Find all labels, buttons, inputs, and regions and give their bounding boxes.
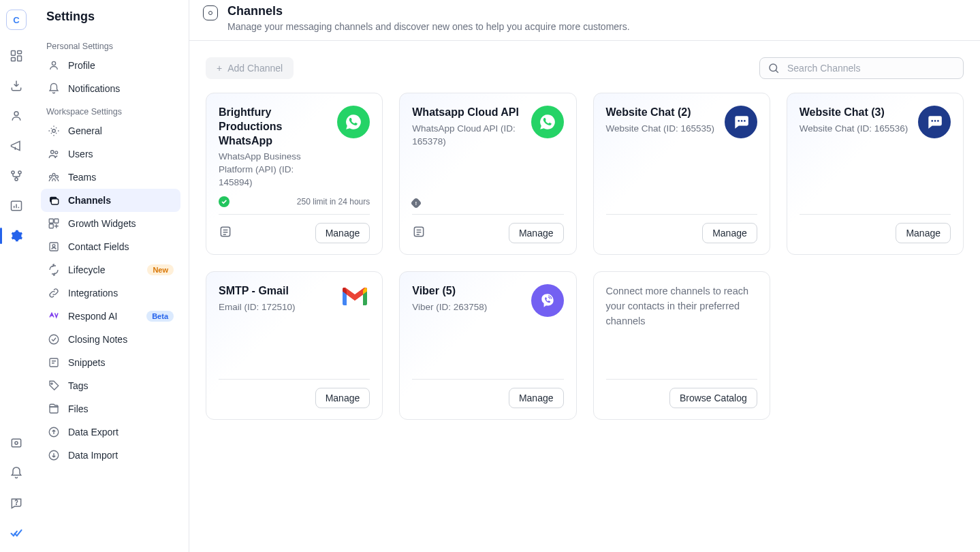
svg-point-28 [51,383,52,384]
channel-title: Website Chat (2) [606,106,716,120]
channel-subtitle: WhatsApp Cloud API (ID: 165378) [412,123,522,149]
new-badge: New [147,264,174,275]
sidebar-item-label: Integrations [68,288,118,298]
sidebar-item-data-export[interactable]: Data Export [41,420,180,444]
file-icon [48,403,60,415]
sidebar-item-label: Snippets [68,357,105,368]
svg-rect-21 [49,219,53,223]
sidebar-item-teams[interactable]: Teams [41,166,180,189]
chat-icon [918,106,951,138]
section-workspace-settings: Workspace Settings [41,104,180,119]
catalog-card: Connect more channels to reach your cont… [593,271,770,420]
channel-subtitle: Website Chat (ID: 165536) [800,123,910,136]
manage-button[interactable]: Manage [702,223,757,243]
sidebar-item-label: Users [68,149,93,159]
bell-icon [48,82,60,95]
sidebar-item-label: Notifications [68,83,120,94]
plus-icon: + [217,63,222,74]
channel-title: Viber (5) [412,284,522,298]
page-header: Channels Manage your messaging channels … [189,0,980,41]
rail-contact-icon[interactable] [5,104,27,128]
sidebar-item-users[interactable]: Users [41,142,180,166]
rail-logo-icon[interactable] [5,521,27,545]
svg-point-40 [937,120,939,122]
rail-reports-icon[interactable] [5,194,27,218]
sidebar-item-profile[interactable]: Profile [41,54,180,77]
svg-point-31 [209,12,212,15]
sidebar-item-data-import[interactable]: Data Import [41,444,180,467]
viber-icon [531,284,564,317]
lifecycle-icon [48,264,60,276]
status-warn-icon: ! [411,198,422,209]
sidebar-item-tags[interactable]: Tags [41,374,180,397]
page-title: Channels [227,4,630,18]
svg-point-36 [741,120,743,122]
channel-title: Whatsapp Cloud API [412,106,522,120]
search-input[interactable] [759,57,964,79]
snippet-icon [48,356,60,369]
feed-icon[interactable] [412,225,426,241]
svg-rect-9 [12,439,20,447]
section-personal-settings: Personal Settings [41,39,180,54]
sidebar-item-label: Respond AI [68,311,117,322]
users-icon [48,148,60,160]
channels-icon [48,194,60,206]
svg-point-13 [52,129,56,133]
sidebar-item-files[interactable]: Files [41,397,180,420]
manage-button[interactable]: Manage [315,388,370,408]
svg-rect-27 [50,358,58,367]
whatsapp-icon [337,106,370,138]
add-channel-button[interactable]: + Add Channel [206,57,294,79]
svg-point-6 [18,171,21,174]
page-description: Manage your messaging channels and disco… [227,21,630,32]
manage-button[interactable]: Manage [315,223,370,243]
team-icon [48,171,60,183]
feed-icon[interactable] [219,225,232,241]
browse-catalog-button[interactable]: Browse Catalog [669,388,757,408]
svg-point-38 [931,120,933,122]
svg-rect-23 [49,224,53,228]
sidebar-item-label: Data Import [68,450,118,461]
rail-inbox-icon[interactable] [5,74,27,98]
add-channel-label: Add Channel [227,63,283,74]
svg-rect-0 [12,51,16,56]
sidebar-item-channels[interactable]: Channels [41,189,180,212]
settings-sidebar: Settings Personal Settings Profile Notif… [33,0,189,552]
sidebar-item-notifications[interactable]: Notifications [41,77,180,100]
tag-icon [48,380,60,392]
rail-notifications-icon[interactable] [5,461,27,485]
svg-point-35 [738,120,740,122]
sidebar-item-growth-widgets[interactable]: Growth Widgets [41,212,180,235]
sidebar-item-label: Channels [68,195,111,206]
workspace-avatar[interactable]: C [6,10,27,30]
manage-button[interactable]: Manage [509,388,564,408]
rail-workflow-icon[interactable] [5,164,27,188]
channel-card: SMTP - GmailEmail (ID: 172510)Manage [206,271,383,420]
svg-point-4 [14,112,18,116]
svg-rect-3 [18,56,22,61]
sidebar-item-lifecycle[interactable]: Lifecycle New [41,258,180,281]
contact-icon [48,241,60,253]
manage-button[interactable]: Manage [896,223,951,243]
svg-point-7 [15,178,18,181]
rail-settings-icon[interactable] [5,224,27,248]
svg-point-11 [16,504,17,505]
rail-help-icon[interactable] [5,491,27,515]
rail-dashboard-icon[interactable] [5,44,27,68]
channel-title: Brightfury Productions WhatsApp [219,106,329,148]
sidebar-item-integrations[interactable]: Integrations [41,281,180,305]
whatsapp-icon [531,106,564,138]
sidebar-item-respond-ai[interactable]: Respond AI Beta [41,305,180,328]
sidebar-item-general[interactable]: General [41,119,180,142]
main: Channels Manage your messaging channels … [189,0,980,552]
manage-button[interactable]: Manage [509,223,564,243]
svg-point-25 [52,245,55,247]
rail-broadcast-icon[interactable] [5,134,27,158]
beta-badge: Beta [146,311,174,322]
channels-header-icon [203,5,218,20]
sidebar-item-closing-notes[interactable]: Closing Notes [41,328,180,351]
sidebar-item-contact-fields[interactable]: Contact Fields [41,235,180,258]
rail-support-icon[interactable] [5,431,27,455]
channel-title: Website Chat (3) [800,106,910,120]
sidebar-item-snippets[interactable]: Snippets [41,351,180,374]
